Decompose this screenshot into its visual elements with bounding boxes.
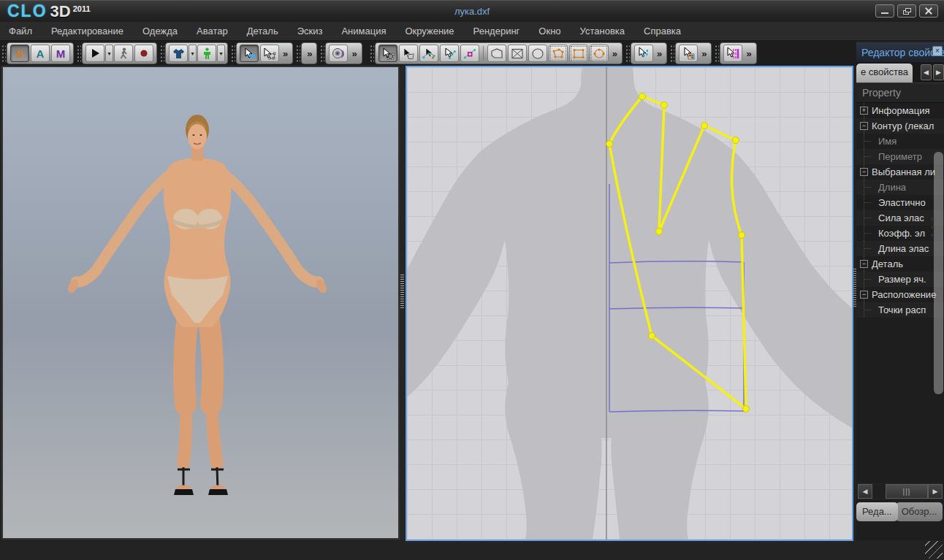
menu-bar: Файл Редактирование Одежда Аватар Деталь… bbox=[0, 22, 944, 41]
garment-dropdown[interactable]: ▾ bbox=[189, 45, 197, 62]
menu-sketch[interactable]: Эскиз bbox=[297, 26, 323, 37]
avatar-swirl-icon bbox=[332, 47, 346, 60]
edit-curve-point-button[interactable] bbox=[440, 45, 459, 62]
menu-garment[interactable]: Одежда bbox=[142, 26, 178, 37]
window-resize-grip[interactable] bbox=[925, 541, 943, 559]
measure-mode-button[interactable]: M bbox=[51, 45, 70, 62]
menu-animation[interactable]: Анимация bbox=[341, 26, 386, 37]
hscroll-left-button[interactable]: ◀ bbox=[858, 484, 872, 499]
property-editor-header[interactable]: Редактор свойств × bbox=[856, 42, 944, 62]
property-hscrollbar: ◀ ||| ▶ bbox=[858, 483, 943, 499]
add-point-button[interactable] bbox=[460, 45, 479, 62]
menu-settings[interactable]: Установка bbox=[580, 26, 625, 37]
menu-avatar[interactable]: Аватар bbox=[197, 26, 228, 37]
animation-mode-button[interactable]: A bbox=[31, 45, 50, 62]
tab-editor[interactable]: Реда... bbox=[856, 502, 898, 521]
menu-edit[interactable]: Редактирование bbox=[51, 26, 123, 37]
simulation-mode-button[interactable]: S bbox=[10, 45, 29, 62]
property-column-header: Property bbox=[856, 83, 944, 103]
viewport-2d[interactable] bbox=[406, 66, 853, 541]
tree-row-information[interactable]: +Информация bbox=[856, 103, 944, 118]
transform-pattern-3d-button[interactable] bbox=[260, 45, 279, 62]
menu-render[interactable]: Рендеринг bbox=[473, 26, 520, 37]
tree-row-outline[interactable]: −Контур (лекал bbox=[856, 118, 944, 134]
overflow-chevron[interactable]: » bbox=[746, 48, 750, 59]
tree-row-name[interactable]: Имя bbox=[856, 134, 944, 149]
circle-tool-button[interactable] bbox=[528, 45, 547, 62]
cursor-garment-icon bbox=[243, 47, 256, 60]
close-button[interactable] bbox=[919, 4, 938, 18]
avatar-display-group: » bbox=[325, 42, 362, 64]
overflow-chevron[interactable]: » bbox=[612, 48, 617, 59]
menu-file[interactable]: Файл bbox=[9, 26, 32, 37]
tab-scroll-left-button[interactable]: ◀ bbox=[921, 64, 932, 80]
edit-curvature-button[interactable] bbox=[419, 45, 438, 62]
menu-help[interactable]: Справка bbox=[644, 26, 681, 37]
walk-icon bbox=[118, 47, 129, 59]
transform-pattern-button[interactable] bbox=[378, 45, 397, 62]
panel-close-button[interactable]: × bbox=[932, 46, 943, 56]
collapse-icon[interactable]: − bbox=[860, 260, 868, 268]
expand-icon[interactable]: + bbox=[860, 107, 868, 115]
tab-scroll-right-button[interactable]: ▶ bbox=[933, 64, 944, 80]
panel-scrollbar-overlay[interactable]: « « « bbox=[934, 152, 943, 394]
collapse-icon[interactable]: − bbox=[860, 168, 868, 176]
viewport-3d[interactable] bbox=[1, 66, 400, 540]
avatar-3d bbox=[3, 67, 400, 540]
play-button[interactable] bbox=[85, 45, 104, 62]
property-tab-row: е свойства ◀ ▶ bbox=[856, 62, 944, 83]
overflow-chevron[interactable]: » bbox=[657, 48, 661, 59]
overflow-chevron[interactable]: » bbox=[283, 48, 287, 59]
segment-sewing-button[interactable] bbox=[723, 45, 742, 62]
show-avatar-style-button[interactable] bbox=[329, 45, 348, 62]
tree-row-placement[interactable]: −Расположение bbox=[856, 287, 944, 302]
overflow-chevron[interactable]: » bbox=[307, 48, 311, 59]
tree-row-perimeter[interactable]: Периметр bbox=[856, 149, 944, 164]
restore-button[interactable] bbox=[897, 4, 916, 18]
overflow-chevron[interactable]: » bbox=[701, 48, 706, 59]
tab-common-properties[interactable]: е свойства bbox=[856, 64, 913, 83]
toolbar-separator bbox=[483, 46, 484, 61]
internal-rectangle-button[interactable] bbox=[569, 45, 588, 62]
tree-row-elastic-length[interactable]: Длина элас bbox=[856, 241, 944, 256]
show-garment-button[interactable] bbox=[169, 45, 188, 62]
rectangle-tool-button[interactable] bbox=[508, 45, 527, 62]
minimize-button[interactable] bbox=[875, 4, 894, 18]
edit-sewing-button[interactable] bbox=[634, 45, 653, 62]
play-dropdown[interactable]: ▾ bbox=[105, 45, 113, 62]
walk-button[interactable] bbox=[114, 45, 133, 62]
hscroll-right-button[interactable]: ▶ bbox=[928, 484, 943, 499]
edit-texture-button[interactable] bbox=[679, 45, 698, 62]
collapse-icon[interactable]: − bbox=[860, 122, 868, 130]
panel-splitter[interactable] bbox=[400, 66, 406, 540]
property-editor-panel: Редактор свойств × е свойства ◀ ▶ Proper… bbox=[856, 42, 944, 540]
tree-row-elastic[interactable]: Эластично bbox=[856, 195, 944, 210]
toolbar-grip[interactable] bbox=[1, 44, 6, 63]
hscroll-track[interactable]: ||| bbox=[872, 484, 928, 499]
internal-circle-button[interactable] bbox=[590, 45, 609, 62]
polygon-tool-button[interactable] bbox=[487, 45, 506, 62]
tree-row-placement-points[interactable]: Точки расп bbox=[856, 302, 944, 318]
show-avatar-button[interactable] bbox=[197, 45, 216, 62]
tree-row-mesh-size[interactable]: Размер яч. bbox=[856, 272, 944, 287]
collapse-icon[interactable]: − bbox=[860, 291, 868, 299]
edit-pattern-button[interactable] bbox=[399, 45, 418, 62]
select-move-3d-button[interactable] bbox=[240, 45, 259, 62]
overflow-chevron[interactable]: » bbox=[351, 48, 356, 59]
hscroll-thumb[interactable]: ||| bbox=[886, 484, 928, 499]
internal-polygon-button[interactable] bbox=[549, 45, 568, 62]
menu-pattern[interactable]: Деталь bbox=[247, 26, 278, 37]
tree-row-pattern[interactable]: −Деталь bbox=[856, 256, 944, 272]
title-bar: CLO 3D 2011 лука.dxf bbox=[0, 0, 944, 22]
tree-row-length[interactable]: Длина bbox=[856, 180, 944, 195]
document-title: лука.dxf bbox=[0, 6, 944, 17]
avatar-dropdown[interactable]: ▾ bbox=[217, 45, 225, 62]
logo-3d: 3D bbox=[50, 2, 71, 21]
menu-environment[interactable]: Окружение bbox=[405, 26, 454, 37]
tree-row-selected-line[interactable]: −Выбранная ли bbox=[856, 164, 944, 180]
show-objects-group: ▾ ▾ bbox=[165, 42, 228, 64]
sewing-tools-group: » bbox=[631, 42, 667, 64]
record-button[interactable] bbox=[134, 45, 153, 62]
tab-browser[interactable]: Обозр... bbox=[896, 502, 943, 521]
menu-window[interactable]: Окно bbox=[538, 26, 560, 37]
